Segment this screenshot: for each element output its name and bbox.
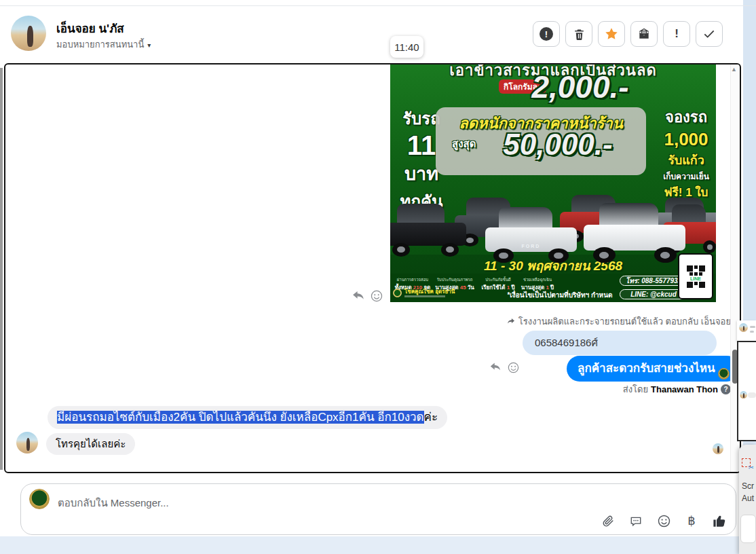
smiley-icon — [658, 515, 670, 528]
payment-button[interactable]: ฿ — [683, 513, 700, 529]
timestamp-badge: 11:40 — [390, 36, 423, 58]
mini-text-bar — [750, 326, 755, 328]
forward-context-note: โรงงานผลิตและกระจายรถยนต์ใช้แล้ว ตอบกลับ… — [506, 314, 731, 329]
conversation-pane: เอาข้าวสารมาแลกเป็นส่วนลด กิโลกรัมละ 2,0… — [4, 63, 741, 473]
quoted-message-bubble[interactable]: 0658469186ศ์ — [523, 331, 717, 355]
screenshot-panel-text: Aut — [742, 494, 754, 503]
forward-context-text: โรงงานผลิตและกระจายรถยนต์ใช้แล้ว ตอบกลับ… — [518, 314, 731, 329]
incoming-message-bubble[interactable]: มีผ่อนรถมอไซต์กับเมือง2คัน ปิดไปแล้วคันน… — [48, 406, 447, 429]
sent-by-prefix: ส่งโดย — [623, 382, 648, 396]
mini-avatar — [740, 391, 747, 399]
composer-toolbar: ฿ — [600, 513, 727, 529]
poster-right-l4: เก็บความเย็น — [656, 170, 716, 183]
poster-discount-panel: ลดหนักจากราคาหน้าร้าน สูงสุด 50,000.- — [436, 107, 646, 175]
dealer-logo-row: โชคคูณโชค อุดรธานี — [393, 289, 455, 297]
page-logo-avatar — [29, 489, 50, 509]
contact-avatar[interactable] — [11, 16, 46, 51]
sent-by-name: Thanawan Thon — [651, 384, 718, 394]
ford-badge: FORD — [485, 244, 577, 248]
emoji-button[interactable] — [656, 513, 672, 529]
trash-icon — [573, 28, 586, 41]
assign-conversation-label: มอบหมายการสนทนานี้ — [56, 39, 144, 50]
baht-icon: ฿ — [687, 513, 695, 528]
saved-replies-button[interactable] — [628, 513, 644, 529]
mini-preview-header — [737, 320, 756, 341]
react-emoji-button[interactable] — [371, 290, 383, 302]
chevron-down-icon: ▾ — [147, 41, 151, 49]
smiley-icon — [371, 290, 383, 302]
page-background-strip-bottom — [0, 536, 756, 554]
poster-max-value: 50,000.- — [473, 128, 643, 162]
sent-by-line: ส่งโดย Thanawan Thon ? — [623, 382, 731, 396]
page-scrollbar-left[interactable] — [0, 68, 3, 470]
unselected-text: ค่ะ — [424, 411, 438, 424]
like-button[interactable] — [711, 513, 727, 529]
poster-right-l2: 1,000 — [656, 129, 716, 150]
dealer-name: โชคคูณโชค อุดรธานี — [404, 289, 455, 295]
screenshot-panel-button[interactable] — [740, 515, 756, 543]
mini-bubble — [748, 392, 756, 398]
car-graphic-white-truck-front — [584, 203, 685, 263]
poster-condition: *เงื่อนไขเป็นไปตามที่บริษัทฯ กำหนด — [499, 290, 621, 300]
mark-done-button[interactable] — [696, 21, 723, 47]
poster-right-l3: รับแก้ว — [656, 150, 716, 170]
dealer-logo-icon — [393, 289, 402, 297]
poster-phone-pill: โทร: 088-5577932 — [620, 276, 687, 286]
report-icon: ! — [540, 27, 553, 41]
car-graphic-white-truck: FORD — [485, 207, 577, 263]
reply-arrow-icon — [489, 361, 502, 373]
star-icon — [604, 26, 619, 41]
share-arrow-icon — [506, 317, 516, 326]
assign-conversation-dropdown[interactable]: มอบหมายการสนทนานี้▾ — [56, 37, 151, 52]
contact-name: เอ็นจอย น'ภัส — [56, 19, 124, 37]
poster-footer: ผ่านการตรวจสอบ ทั้งหมด 210 จุด รับประกัน… — [390, 274, 716, 302]
react-emoji-button[interactable] — [508, 362, 519, 373]
reply-button[interactable] — [351, 289, 366, 303]
follow-up-star-button[interactable] — [598, 21, 625, 47]
check-icon — [702, 27, 716, 41]
contact-avatar-small[interactable] — [16, 432, 38, 454]
poster-per-kg-value: 2,000.- — [492, 69, 668, 105]
scrollbar-up-arrow[interactable]: ▲ — [731, 66, 737, 73]
dealer-subline — [404, 295, 445, 297]
mini-avatar — [739, 323, 748, 332]
page-logo-avatar — [718, 368, 730, 380]
smiley-icon — [508, 362, 519, 373]
mini-preview-capture-box — [737, 341, 756, 441]
poster-line-pill: LINE: @ckcud — [620, 289, 687, 299]
reply-arrow-icon — [351, 289, 366, 303]
qr-line-label: LINE — [690, 276, 701, 281]
mark-important-button[interactable]: ! — [663, 21, 690, 47]
poster-right-box: จองรถ 1,000 รับแก้ว เก็บความเย็น ฟรี! 1 … — [656, 105, 716, 201]
delete-button[interactable] — [565, 21, 592, 47]
incoming-message-bubble[interactable]: โทรคุยได้เลยค่ะ — [46, 433, 135, 455]
thumbs-up-icon — [712, 513, 727, 529]
mini-text-bar — [750, 331, 754, 333]
paperclip-icon — [602, 515, 615, 528]
unread-mail-icon — [637, 27, 651, 41]
report-button[interactable]: ! — [533, 21, 560, 47]
composer-placeholder[interactable]: ตอบกลับใน Messenger... — [58, 495, 169, 511]
message-image-attachment[interactable]: เอาข้าวสารมาแลกเป็นส่วนลด กิโลกรัมละ 2,0… — [390, 64, 716, 302]
car-graphic-black-sedan — [390, 204, 466, 257]
reply-button[interactable] — [489, 361, 502, 373]
screenshot-panel-text: Scr — [742, 481, 754, 491]
reply-composer[interactable]: ตอบกลับใน Messenger... — [20, 483, 736, 535]
screenshot-crop-icon — [742, 458, 751, 467]
seen-indicator-avatar — [713, 443, 723, 454]
exclamation-icon: ! — [675, 27, 679, 41]
attach-file-button[interactable] — [600, 513, 616, 529]
help-question-icon[interactable]: ? — [721, 384, 731, 394]
header-divider — [0, 5, 756, 6]
poster-right-l1: จองรถ — [656, 105, 716, 129]
outgoing-message-bubble[interactable]: ลูกค้าสะดวกรับสายช่วงไหนคะ — [567, 356, 740, 382]
selected-text: มีผ่อนรถมอไซต์กับเมือง2คัน ปิดไปแล้วคันน… — [57, 411, 424, 424]
comment-dots-icon — [629, 515, 643, 528]
mark-unread-button[interactable] — [630, 21, 658, 47]
screenshot-tool-panel: Scr Aut — [739, 445, 756, 554]
messenger-inbox-screen: เอ็นจอย น'ภัส มอบหมายการสนทนานี้▾ 11:40 … — [0, 0, 756, 554]
